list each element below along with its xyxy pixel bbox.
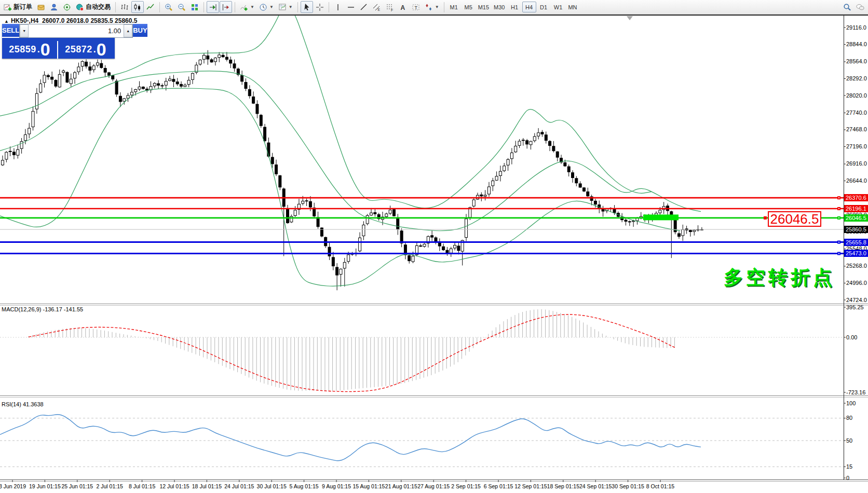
chart-shift-marker-icon[interactable] [627,16,633,20]
time-axis-label: 2 Sep 01:15 [451,483,481,489]
volume-input[interactable] [29,24,124,37]
level-price-label: 25473.0 [844,250,868,257]
price-tick: 29116.0 [846,24,866,31]
macd-signal-line [29,314,676,392]
bb-middle-band [0,71,701,231]
time-axis-label: 12 Jul 01:15 [159,483,189,489]
price-tick: 25268.0 [846,263,867,269]
chart-canvas[interactable] [0,0,868,493]
level-price-label: 26046.5 [844,214,868,222]
terminal-window: 新订单自动交易▼▼▼EFAT▼M1M5M15M30H1H4D1W1MN ▲HK5… [0,0,868,493]
symbol-period: HK50-,H4 [11,17,38,24]
price-tick: 27196.0 [846,143,867,149]
buy-price-dot: . [93,44,96,55]
macd-tick: -723.16 [846,389,865,395]
price-tick: 24996.0 [846,280,867,286]
volume-dropdown-arrow[interactable]: ▼ [20,24,29,37]
sell-button[interactable]: SELL [2,24,19,38]
rsi-tick: 80 [846,415,852,421]
buy-price[interactable]: 25872.0 [58,38,113,59]
time-axis-label: 25 Jun 01:15 [61,483,93,489]
time-axis-label: 3 Jun 2019 [0,483,26,489]
pane-frame [0,16,868,482]
time-axis-label: 18 Jul 01:15 [192,483,222,489]
turning-point-annotation[interactable]: 多空转折点 [724,265,835,291]
time-axis-label: 21 Aug 01:15 [385,483,417,489]
sell-price-main: 25859 [9,44,36,55]
buy-price-main: 25872 [65,44,92,55]
level-price-label: 26370.6 [844,194,868,201]
time-axis-label: 12 Sep 01:15 [514,483,547,489]
time-axis-label: 2 Jul 01:15 [97,483,123,489]
chart-title: ▲HK50-,H4 26007.0 26018.0 25835.5 25860.… [4,17,137,24]
main-chart-pane[interactable] [0,6,844,290]
time-axis-label: 27 Aug 01:15 [417,483,450,489]
collapse-panel-icon[interactable]: ▲ [4,19,9,24]
price-tick: 26916.0 [846,160,867,167]
macd-pane[interactable] [0,309,844,392]
time-axis-label: 24 Jul 01:15 [224,483,254,489]
price-tick: 28844.0 [846,41,867,47]
rsi-tick: 100 [846,400,856,406]
price-tick: 28292.0 [846,75,867,81]
buy-button[interactable]: BUY [133,24,147,38]
time-axis-label: 18 Sep 01:15 [547,483,579,489]
time-axis-label: 30 Sep 01:15 [612,483,644,489]
macd-indicator-header: MACD(12,26,9) -136.17 -141.55 [2,306,83,312]
sell-price[interactable]: 25859.0 [2,38,57,59]
volume-spinner: ▼ ▲ [19,24,133,38]
level-price-label: 25655.8 [844,239,868,246]
highlight-zone[interactable] [643,214,679,220]
bb-lower-band [0,88,680,286]
rsi-tick: 50 [846,437,852,444]
sell-price-frac: 0 [40,42,50,57]
one-click-trading-panel: SELL ▼ ▲ BUY 25859.0 25872.0 [2,24,115,59]
time-axis-label: 24 Sep 01:15 [579,483,612,489]
rsi-pane[interactable] [0,415,844,467]
price-tick: 28564.0 [846,58,867,64]
rsi-line [0,415,701,461]
callout-anchor-handle [764,216,767,220]
time-axis-label: 5 Aug 01:15 [290,483,319,489]
time-axis-label: 6 Sep 01:15 [484,483,513,489]
ohlc-values: 26007.0 26018.0 25835.5 25860.5 [42,17,138,24]
rsi-tick: 0 [846,475,849,481]
time-axis-label: 9 Aug 01:15 [322,483,351,489]
price-tick: 26644.0 [846,177,867,184]
price-tick: 28020.0 [846,92,867,99]
rsi-tick: 15 [846,463,852,470]
buy-price-frac: 0 [97,42,106,57]
price-tick: 27740.0 [846,109,867,116]
price-tick: 27468.0 [846,126,867,132]
sell-price-dot: . [37,44,40,55]
rsi-indicator-header: RSI(14) 41.3638 [2,401,44,407]
time-axis-label: 8 Jul 01:15 [129,483,155,489]
level-price-callout[interactable]: 26046.5 [768,211,821,227]
macd-tick: 0.00 [846,334,857,340]
time-axis-label: 30 Jul 01:15 [257,483,287,489]
time-axis-label: 15 Aug 01:15 [352,483,385,489]
level-price-label: 26196.1 [844,205,868,212]
current-price-label: 25860.5 [844,226,868,233]
volume-up-arrow[interactable]: ▲ [124,24,132,37]
macd-tick: 395.25 [846,304,864,310]
price-tick: 24724.0 [846,297,867,303]
time-axis-label: 19 Jun 01:15 [29,483,61,489]
time-axis-label: 8 Oct 01:15 [646,483,674,489]
